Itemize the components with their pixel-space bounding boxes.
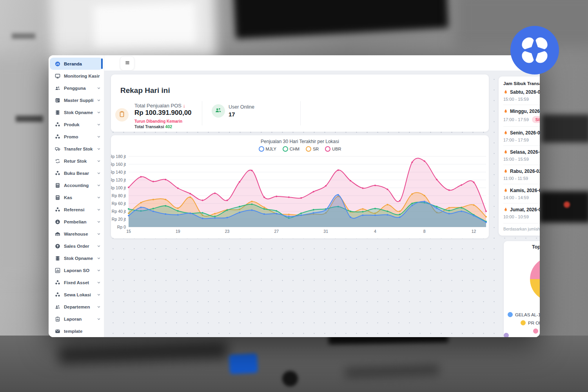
pos-transactions-value: 402 <box>165 124 172 129</box>
id-card-icon <box>54 97 60 103</box>
database-icon <box>54 255 60 261</box>
top-products-panel: Top GELAS AL-12TPR OMEP <box>504 241 540 337</box>
arrow-down-circle-icon <box>54 219 60 225</box>
svg-text:12: 12 <box>472 229 476 234</box>
chevron-down-icon <box>97 147 101 151</box>
sidebar-item-produk[interactable]: Produk <box>49 118 104 131</box>
top-products-title: Top <box>532 244 540 250</box>
sidebar-item-label: Buku Besar <box>64 171 93 176</box>
sidebar-item-fixed-asset[interactable]: Fixed Asset <box>49 276 104 289</box>
sidebar-toggle-button[interactable] <box>120 56 134 71</box>
sidebar-item-buku-besar[interactable]: Buku Besar <box>49 167 104 179</box>
busy-hour-item: Senin, 2026-0217:00 - 17:59 <box>503 127 540 146</box>
sidebar-item-accounting[interactable]: Accounting <box>49 179 104 191</box>
pos-stat-value: Rp 100.391.900,00 <box>134 109 192 117</box>
sidebar-item-retur-stok[interactable]: Retur Stok <box>49 155 104 167</box>
svg-text:23: 23 <box>225 229 230 234</box>
chevron-down-icon <box>97 135 101 139</box>
sidebar-item-stok-opname[interactable]: Stok Opname <box>49 106 104 118</box>
busy-hour-item: Kamis, 2026-0214:00 - 14:59 <box>503 184 540 203</box>
screen: { "logo": {"icon": "clover-logo", "color… <box>0 0 588 392</box>
pos-transactions-label: Total Transaksi <box>134 124 164 129</box>
svg-text:4: 4 <box>374 229 376 234</box>
chevron-down-icon <box>97 305 101 309</box>
sidebar-item-master-supplier[interactable]: Master Supplier <box>49 94 104 106</box>
trend-down-icon: ↓ <box>183 103 186 109</box>
chevron-down-icon <box>97 159 101 163</box>
cubes-icon <box>54 279 60 285</box>
busy-hour-item: Sabtu, 2026-0215:00 - 15:59 <box>503 86 540 105</box>
sidebar-item-label: Pengguna <box>64 86 93 91</box>
busy-hours-list: Sabtu, 2026-0215:00 - 15:59Minggu, 2026-… <box>503 86 540 222</box>
sidebar-item-label: Sales Order <box>64 244 93 249</box>
pos-stat-label-text: Total Penjualan POS <box>134 103 181 109</box>
busy-hour-time-text: 10:00 - 10:59 <box>503 214 529 219</box>
sidebar-item-sales-order[interactable]: Sales Order <box>49 240 104 252</box>
sidebar-item-warehouse[interactable]: Warehouse <box>49 228 104 240</box>
pos-stat-label: Total Penjualan POS ↓ <box>134 103 185 109</box>
sidebar-item-label: Pembelian <box>64 220 93 224</box>
busy-hour-time: 15:00 - 15:59 <box>503 97 540 102</box>
busy-hour-day: Rabu, 2026-02- <box>503 169 540 174</box>
users-icon <box>54 304 60 310</box>
chevron-down-icon <box>97 244 101 248</box>
sidebar-item-label: Accounting <box>64 183 93 188</box>
sidebar-item-referensi[interactable]: Referensi <box>49 203 104 216</box>
svg-text:Rp 40 jt: Rp 40 jt <box>112 209 126 214</box>
cubes-icon <box>54 170 60 176</box>
sidebar-item-kas[interactable]: Kas <box>49 191 104 203</box>
sidebar-item-pengguna[interactable]: Pengguna <box>49 82 104 94</box>
sidebar-item-label: Promo <box>64 134 93 139</box>
chevron-down-icon <box>97 208 101 212</box>
pie-legend-item[interactable]: PR OME <box>521 320 540 325</box>
flame-icon <box>503 109 508 114</box>
sidebar-item-transfer-stok[interactable]: Transfer Stok <box>49 143 104 155</box>
chevron-down-icon <box>97 171 101 175</box>
svg-text:Rp 0: Rp 0 <box>117 225 126 229</box>
bg-window-light-2 <box>93 2 197 49</box>
legend-dot <box>521 320 526 325</box>
chevron-down-icon <box>97 220 101 224</box>
clipboard-icon <box>118 111 125 119</box>
flame-icon <box>503 188 508 193</box>
sidebar-item-sewa-lokasi[interactable]: Sewa Lokasi <box>49 289 104 301</box>
bg-blue-button <box>229 353 258 374</box>
bg-dark-titlebar <box>233 0 449 39</box>
sidebar-item-stok-opname[interactable]: Stok Opname <box>49 252 104 264</box>
sidebar-item-pembelian[interactable]: Pembelian <box>49 216 104 228</box>
sidebar-item-promo[interactable]: Promo <box>49 131 104 143</box>
sidebar-item-label: Stok Opname <box>64 110 93 115</box>
busy-hour-day: Senin, 2026-02 <box>503 130 540 136</box>
online-stat-value: 17 <box>229 111 235 118</box>
svg-text:Rp 80 jt: Rp 80 jt <box>112 193 126 198</box>
recycle-icon <box>54 158 60 164</box>
sidebar-item-beranda[interactable]: Beranda <box>50 58 103 70</box>
flame-icon <box>503 149 508 155</box>
chevron-down-icon <box>97 269 101 272</box>
sidebar-item-monitoring-kasir[interactable]: Monitoring Kasir <box>49 70 104 82</box>
busy-hour-time: 17:00 - 17:59Sibuk <box>503 116 540 123</box>
svg-text:15: 15 <box>126 229 131 234</box>
svg-text:Rp 60 jt: Rp 60 jt <box>112 201 126 206</box>
pie-legend-item[interactable]: GELAS AL-12T <box>508 312 540 317</box>
sidebar-item-label: Retur Stok <box>64 159 93 163</box>
busy-hour-item: Rabu, 2026-02-11:00 - 11:59 <box>503 165 540 184</box>
sidebar-item-laporan[interactable]: Laporan <box>49 313 104 325</box>
sidebar-item-label: Stok Opname <box>64 256 93 261</box>
sidebar-item-laporan-so[interactable]: Laporan SO <box>49 264 104 276</box>
sidebar-item-template[interactable]: template <box>49 325 104 337</box>
flame-icon <box>503 130 508 136</box>
bg-black-dot <box>282 371 298 387</box>
busy-hour-date: Senin, 2026-02 <box>510 130 540 136</box>
svg-text:Rp 120 jt: Rp 120 jt <box>111 178 126 182</box>
busy-hour-time: 15:00 - 15:59 <box>503 157 540 162</box>
busy-hour-day: Jumat, 2026-02 <box>503 207 540 212</box>
sidebar-item-label: Beranda <box>64 62 100 66</box>
users-icon <box>215 107 222 115</box>
svg-text:19: 19 <box>176 229 180 234</box>
sidebar-item-departemen[interactable]: Departemen <box>49 301 104 313</box>
chevron-down-icon <box>97 111 101 114</box>
pie-legend-item[interactable] <box>504 333 511 337</box>
pie-legend-item[interactable]: P <box>533 328 540 334</box>
chevron-down-icon <box>97 317 101 321</box>
